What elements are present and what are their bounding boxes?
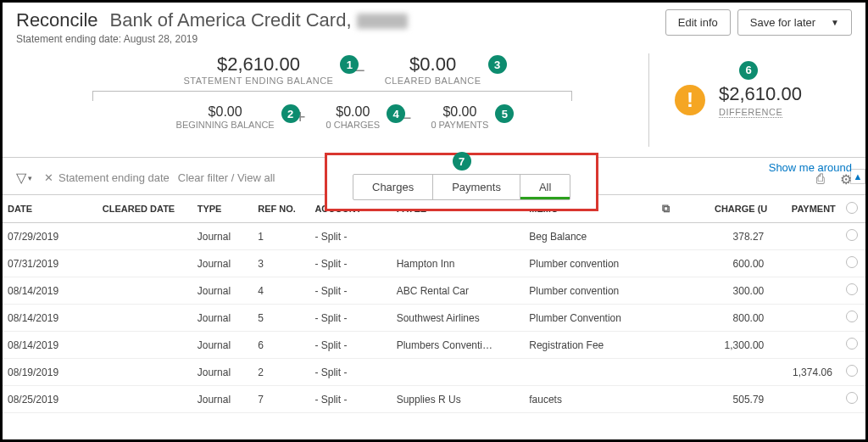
- cell-date: 08/14/2019: [3, 332, 97, 359]
- row-select-circle[interactable]: [846, 365, 858, 377]
- summary-row-bottom: $0.00 BEGINNING BALANCE 2 + $0.00 0 CHAR…: [16, 104, 648, 130]
- cell-type: Journal: [192, 223, 253, 250]
- account-name: Bank of America Credit Card,: [110, 9, 408, 31]
- clear-chip-icon[interactable]: ✕: [44, 171, 53, 184]
- cell-payment: [772, 277, 841, 305]
- cell-type: Journal: [192, 305, 253, 332]
- cell-payment: [772, 223, 841, 250]
- cell-account: - Split -: [309, 359, 391, 386]
- table-row[interactable]: 08/19/2019Journal2- Split -1,374.06: [3, 359, 865, 386]
- table-row[interactable]: 08/14/2019Journal6- Split -Plumbers Conv…: [3, 332, 865, 359]
- col-select[interactable]: [841, 195, 865, 223]
- cell-ref: 6: [253, 332, 309, 359]
- payments-total: $0.00 0 PAYMENTS 5: [431, 104, 488, 130]
- row-select-circle[interactable]: [846, 256, 858, 268]
- cell-spacer: [657, 332, 704, 359]
- charges-total: $0.00 0 CHARGES 4: [326, 104, 381, 130]
- cell-payee: Plumbers Conventi…: [392, 332, 525, 359]
- annotation-badge-5: 5: [495, 104, 514, 123]
- warning-icon: !: [675, 85, 705, 115]
- cell-account: - Split -: [309, 386, 391, 413]
- cleared-balance: $0.00 CLEARED BALANCE 3: [385, 53, 481, 86]
- cell-payee: Hampton Inn: [392, 250, 525, 277]
- cell-charge: 378.27: [704, 223, 773, 250]
- cell-account: - Split -: [309, 332, 391, 359]
- row-select-circle[interactable]: [846, 283, 858, 295]
- chevron-down-icon: ▼: [831, 18, 839, 27]
- summary-row-top: $2,610.00 STATEMENT ENDING BALANCE 1 – $…: [16, 53, 648, 86]
- edit-info-button[interactable]: Edit info: [665, 9, 731, 36]
- table-row[interactable]: 08/14/2019Journal4- Split -ABC Rental Ca…: [3, 277, 865, 305]
- tab-all[interactable]: All: [520, 175, 570, 199]
- summary-panel: $2,610.00 STATEMENT ENDING BALANCE 1 – $…: [3, 48, 865, 157]
- redacted-account-suffix: [357, 14, 408, 29]
- row-select-circle[interactable]: [846, 229, 858, 241]
- col-date[interactable]: DATE: [3, 195, 97, 223]
- cell-memo: Registration Fee: [524, 332, 657, 359]
- save-for-later-button[interactable]: Save for later ▼: [737, 9, 852, 36]
- header-title-block: Reconcile Bank of America Credit Card, S…: [16, 9, 665, 45]
- col-ref[interactable]: REF NO.: [253, 195, 309, 223]
- print-icon[interactable]: ⎙: [816, 171, 825, 187]
- gear-icon[interactable]: ⚙: [840, 171, 852, 187]
- statement-date-subtitle: Statement ending date: August 28, 2019: [16, 33, 665, 45]
- tab-payments[interactable]: Payments: [433, 175, 520, 199]
- row-select-circle[interactable]: [846, 311, 858, 322]
- cell-charge: 800.00: [704, 305, 773, 332]
- cell-type: Journal: [192, 250, 253, 277]
- difference-panel: ! 6 $2,610.00 DIFFERENCE: [648, 53, 852, 147]
- cell-memo: Plumber convention: [524, 277, 657, 305]
- cell-ref: 4: [253, 277, 309, 305]
- col-payment[interactable]: PAYMENT: [772, 195, 841, 223]
- col-copy[interactable]: ⧉: [657, 195, 704, 223]
- filter-chevron-icon[interactable]: ▾: [28, 174, 32, 182]
- transaction-tabs: Charges Payments All: [353, 174, 570, 200]
- cell-payment: 1,374.06: [772, 359, 841, 386]
- cell-spacer: [657, 223, 704, 250]
- cell-spacer: [657, 386, 704, 413]
- cell-memo: Plumber Convention: [524, 305, 657, 332]
- cell-select: [841, 250, 865, 277]
- statement-ending-balance: $2,610.00 STATEMENT ENDING BALANCE 1: [183, 53, 333, 86]
- col-charge[interactable]: CHARGE (U: [704, 195, 773, 223]
- table-row[interactable]: 07/29/2019Journal1- Split -Beg Balance37…: [3, 223, 865, 250]
- tab-charges[interactable]: Charges: [353, 175, 433, 199]
- cell-payee: ABC Rental Car: [392, 277, 525, 305]
- filter-icon[interactable]: ▽: [16, 170, 26, 186]
- cell-charge: [704, 359, 773, 386]
- cell-type: Journal: [192, 386, 253, 413]
- difference-block: 6 $2,610.00 DIFFERENCE: [719, 83, 802, 118]
- row-select-circle[interactable]: [846, 392, 858, 404]
- clear-filter-link[interactable]: Clear filter / View all: [178, 171, 275, 184]
- cell-memo: Beg Balance: [524, 223, 657, 250]
- cell-ref: 7: [253, 386, 309, 413]
- row-select-circle[interactable]: [846, 338, 858, 350]
- col-type[interactable]: TYPE: [192, 195, 253, 223]
- select-all-circle[interactable]: [846, 202, 858, 214]
- cell-account: - Split -: [309, 223, 391, 250]
- filter-chip[interactable]: Statement ending date: [58, 171, 170, 184]
- table-row[interactable]: 07/31/2019Journal3- Split -Hampton InnPl…: [3, 250, 865, 277]
- cell-spacer: [657, 305, 704, 332]
- cell-memo: [524, 359, 657, 386]
- cell-type: Journal: [192, 332, 253, 359]
- cell-payment: [772, 332, 841, 359]
- table-row[interactable]: 08/25/2019Journal7- Split -Supplies R Us…: [3, 386, 865, 413]
- cell-date: 08/14/2019: [3, 305, 97, 332]
- cell-date: 07/29/2019: [3, 223, 97, 250]
- cell-cleared: [97, 250, 192, 277]
- cell-select: [841, 223, 865, 250]
- cell-spacer: [657, 277, 704, 305]
- cell-date: 08/19/2019: [3, 359, 97, 386]
- cell-date: 07/31/2019: [3, 250, 97, 277]
- table-row[interactable]: 08/14/2019Journal5- Split -Southwest Air…: [3, 305, 865, 332]
- cell-charge: 1,300.00: [704, 332, 773, 359]
- cell-memo: faucets: [524, 386, 657, 413]
- cell-select: [841, 332, 865, 359]
- bracket-line: [92, 91, 572, 101]
- cell-type: Journal: [192, 277, 253, 305]
- col-cleared-date[interactable]: CLEARED DATE: [97, 195, 192, 223]
- tabs-highlight-box: 7 Charges Payments All: [325, 153, 598, 211]
- table-toolbar: ▽ ▾ ✕ Statement ending date Clear filter…: [3, 157, 865, 194]
- cell-select: [841, 305, 865, 332]
